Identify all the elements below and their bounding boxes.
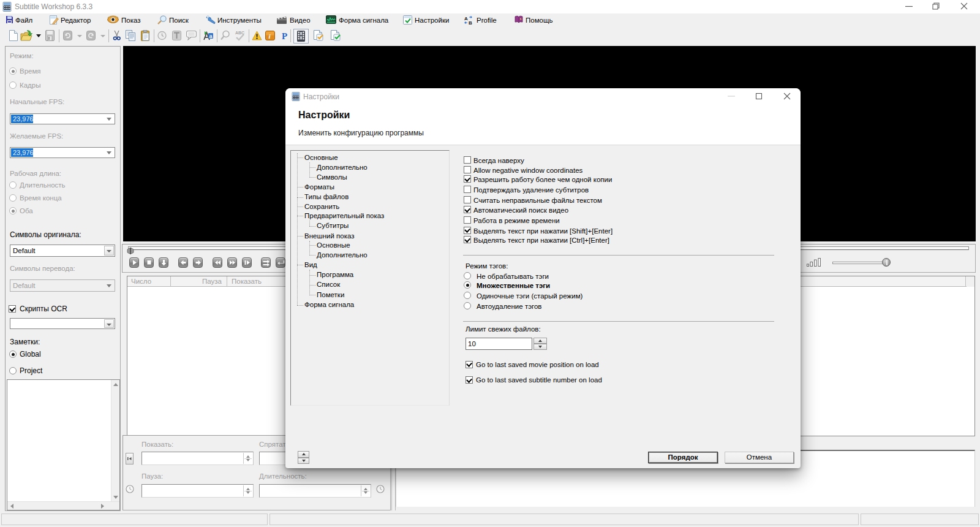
svg-text:A: A	[464, 16, 468, 21]
svg-text:B: B	[469, 20, 472, 25]
svg-text:P: P	[282, 31, 287, 41]
